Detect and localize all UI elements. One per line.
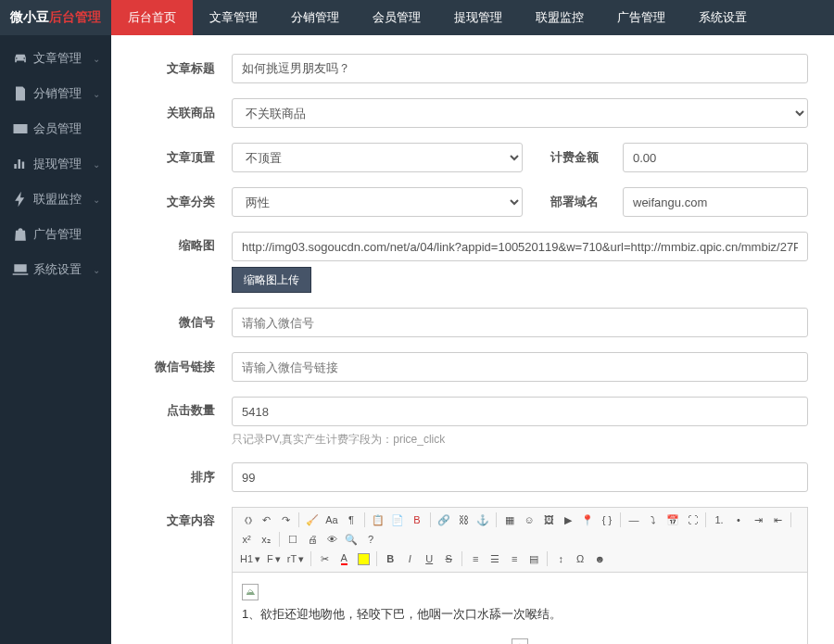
source-icon[interactable]: 《》 <box>238 511 255 528</box>
redo-icon[interactable]: ↷ <box>277 511 294 528</box>
thumb-input[interactable] <box>232 232 808 261</box>
fontsize-select[interactable]: rT▾ <box>285 554 306 564</box>
label-thumb: 缩略图 <box>120 232 232 254</box>
search-icon[interactable]: 🔍 <box>343 531 360 548</box>
backcolor-icon[interactable] <box>355 550 372 567</box>
click-input[interactable] <box>232 397 808 426</box>
sup-icon[interactable]: x² <box>238 531 255 548</box>
preview-icon[interactable]: 👁 <box>323 531 340 548</box>
sidebar-item-distribution[interactable]: 分销管理 ⌄ <box>0 76 111 111</box>
blockquote-icon[interactable]: B <box>409 511 425 528</box>
spechar-icon[interactable]: Ω <box>572 550 588 567</box>
main-content: 文章标题 关联商品 不关联商品 文章顶置 不顶置 计费金额 文章分类 两性 部署… <box>111 35 834 644</box>
indent-icon[interactable]: ⇥ <box>750 511 766 528</box>
remove-format-icon[interactable]: 🧹 <box>304 511 321 528</box>
autotype-icon[interactable]: ¶ <box>343 511 360 528</box>
wxid-input[interactable] <box>232 308 808 337</box>
anchor-icon[interactable]: ⚓ <box>474 511 491 528</box>
paragraph-select[interactable]: H1▾ <box>238 554 262 564</box>
paste-plain-icon[interactable]: 📄 <box>389 511 406 528</box>
sort-input[interactable] <box>232 462 808 492</box>
italic-icon[interactable]: I <box>401 550 418 567</box>
editor-body[interactable]: 1、欲拒还迎地吻他，轻咬下巴，他咽一次口水舔一次喉结。 2、从背后拥抱他吮吸耳垂… <box>233 573 807 644</box>
rich-editor: 《》 ↶ ↷ 🧹 Aa ¶ 📋 📄 B 🔗 ⛓ ⚓ <box>232 507 808 644</box>
topnav-member[interactable]: 会员管理 <box>356 0 437 35</box>
select-all-icon[interactable]: ☐ <box>284 531 301 548</box>
editor-toolbar: 《》 ↶ ↷ 🧹 Aa ¶ 📋 📄 B 🔗 ⛓ ⚓ <box>233 508 807 573</box>
label-sort: 排序 <box>120 469 232 486</box>
link-icon[interactable]: 🔗 <box>436 511 452 528</box>
title-input[interactable] <box>232 54 808 83</box>
laptop-icon <box>11 260 30 279</box>
align-center-icon[interactable]: ☰ <box>486 550 503 567</box>
image-placeholder-icon <box>512 638 528 644</box>
click-help: 只记录PV,真实产生计费字段为：price_click <box>232 432 808 448</box>
topnav-home[interactable]: 后台首页 <box>111 0 193 35</box>
doc-icon <box>11 84 30 103</box>
underline-icon[interactable]: U <box>421 550 437 567</box>
pagebreak-icon[interactable]: ⤵ <box>645 511 662 528</box>
bold-icon[interactable]: B <box>382 550 398 567</box>
topnav-system[interactable]: 系统设置 <box>682 0 764 35</box>
sidebar-item-ad[interactable]: 广告管理 <box>0 217 111 252</box>
body-line1: 1、欲拒还迎地吻他，轻咬下巴，他咽一次口水舔一次喉结。 <box>242 607 562 621</box>
outdent-icon[interactable]: ⇤ <box>769 511 786 528</box>
fontface-select[interactable]: F▾ <box>265 554 283 564</box>
topbar: 微小豆后台管理 后台首页 文章管理 分销管理 会员管理 提现管理 联盟监控 广告… <box>0 0 834 35</box>
print-icon[interactable]: 🖨 <box>304 531 321 548</box>
map-icon[interactable]: 📍 <box>579 511 596 528</box>
goods-select[interactable]: 不关联商品 <box>232 98 808 128</box>
lineheight-icon[interactable]: ↕ <box>552 550 569 567</box>
forecolor-icon[interactable]: A <box>335 550 352 567</box>
topnav-article[interactable]: 文章管理 <box>193 0 274 35</box>
label-title: 文章标题 <box>120 60 232 77</box>
upload-button[interactable]: 缩略图上传 <box>232 267 311 293</box>
format-match-icon[interactable]: Aa <box>323 511 340 528</box>
image-icon[interactable]: 🖼 <box>540 511 557 528</box>
fullscreen-icon[interactable]: ⛶ <box>684 511 701 528</box>
topnav-ad[interactable]: 广告管理 <box>600 0 682 35</box>
date-icon[interactable]: 📅 <box>664 511 681 528</box>
sidebar-item-article[interactable]: 文章管理 ⌄ <box>0 41 111 76</box>
category-select[interactable]: 两性 <box>232 187 523 217</box>
emoji-icon[interactable]: ☻ <box>591 550 608 567</box>
chevron-down-icon: ⌄ <box>93 159 100 170</box>
brand: 微小豆后台管理 <box>0 9 111 26</box>
sidebar-item-system[interactable]: 系统设置 ⌄ <box>0 252 111 287</box>
sidebar-item-alliance[interactable]: 联盟监控 ⌄ <box>0 182 111 217</box>
car-icon <box>11 49 30 68</box>
sidebar-item-withdraw[interactable]: 提现管理 ⌄ <box>0 146 111 182</box>
table-icon[interactable]: ▦ <box>501 511 518 528</box>
label-wxlink: 微信号链接 <box>120 359 232 375</box>
ol-icon[interactable]: 1. <box>711 511 727 528</box>
align-justify-icon[interactable]: ▤ <box>525 550 542 567</box>
sidebar: 文章管理 ⌄ 分销管理 ⌄ 会员管理 提现管理 ⌄ 联盟监控 ⌄ 广告管理 系统… <box>0 35 111 644</box>
price-input[interactable] <box>623 143 808 172</box>
top-select[interactable]: 不顶置 <box>232 143 523 172</box>
undo-icon[interactable]: ↶ <box>258 511 274 528</box>
hr-icon[interactable]: — <box>626 511 642 528</box>
topnav-distribution[interactable]: 分销管理 <box>274 0 356 35</box>
help-icon[interactable]: ? <box>362 531 379 548</box>
topnav-withdraw[interactable]: 提现管理 <box>437 0 519 35</box>
strike-icon[interactable]: S <box>440 550 457 567</box>
bars-icon <box>11 155 30 173</box>
cut-icon[interactable]: ✂ <box>316 550 333 567</box>
label-goods: 关联商品 <box>120 105 232 121</box>
paste-icon[interactable]: 📋 <box>370 511 386 528</box>
ul-icon[interactable]: • <box>730 511 747 528</box>
emotion-icon[interactable]: ☺ <box>521 511 537 528</box>
bolt-icon <box>11 190 30 208</box>
label-wxid: 微信号 <box>120 314 232 331</box>
label-click: 点击数量 <box>120 397 232 419</box>
topnav-alliance[interactable]: 联盟监控 <box>519 0 600 35</box>
wxlink-input[interactable] <box>232 352 808 382</box>
domain-input[interactable] <box>623 187 808 217</box>
align-left-icon[interactable]: ≡ <box>467 550 484 567</box>
code-icon[interactable]: { } <box>599 511 615 528</box>
sidebar-item-member[interactable]: 会员管理 <box>0 111 111 146</box>
sub-icon[interactable]: x₂ <box>258 531 274 548</box>
align-right-icon[interactable]: ≡ <box>506 550 523 567</box>
video-icon[interactable]: ▶ <box>560 511 576 528</box>
unlink-icon[interactable]: ⛓ <box>455 511 472 528</box>
